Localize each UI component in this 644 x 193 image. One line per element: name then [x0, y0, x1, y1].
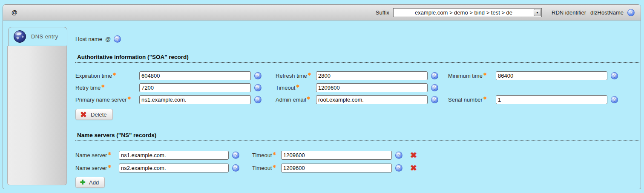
name-server-label: Name server✱ [75, 165, 119, 171]
required-icon: ✱ [483, 72, 487, 76]
chevron-down-icon[interactable] [534, 9, 541, 16]
help-icon[interactable] [431, 96, 438, 103]
suffix-label: Suffix [376, 9, 389, 16]
delete-button[interactable]: Delete [75, 109, 113, 120]
refresh-time-field[interactable] [316, 71, 428, 80]
rdn-identifier: RDN identifier dlzHostName [552, 9, 624, 16]
help-icon[interactable] [611, 72, 618, 79]
help-icon[interactable] [611, 96, 618, 103]
soa-section-title: Authoritative information ("SOA" record) [75, 54, 640, 63]
admin-email-field[interactable] [316, 95, 428, 104]
rdn-identifier-label: RDN identifier [552, 9, 586, 16]
help-icon[interactable] [627, 9, 635, 16]
name-server-label: Name server✱ [75, 152, 119, 158]
primary-name-server-field[interactable] [139, 95, 251, 104]
add-plus-icon [79, 178, 86, 186]
name-server-field[interactable] [119, 164, 229, 173]
expiration-time-label: Expiration time✱ [75, 73, 139, 79]
tab-dns-entry-label: DNS entry [31, 33, 58, 40]
required-icon: ✱ [273, 164, 276, 169]
delete-x-icon [79, 110, 88, 119]
minimum-time-field[interactable] [496, 71, 607, 80]
retry-time-label: Retry time✱ [75, 85, 139, 91]
main-panel: @ Suffix example.com > demo > bind > tes… [3, 4, 641, 189]
title-bar-right: Suffix example.com > demo > bind > test … [376, 8, 635, 17]
soa-fields-grid: Expiration time✱ Refresh time✱ Minimum t… [75, 70, 640, 105]
add-button-label: Add [89, 179, 99, 186]
add-button[interactable]: Add [75, 177, 105, 188]
help-icon[interactable] [395, 152, 402, 159]
help-icon[interactable] [254, 72, 262, 79]
retry-time-field[interactable] [139, 83, 251, 92]
required-icon: ✱ [483, 96, 487, 100]
title-bar: @ Suffix example.com > demo > bind > tes… [3, 5, 641, 20]
ns-timeout-field[interactable] [281, 151, 392, 160]
required-icon: ✱ [273, 152, 276, 156]
required-icon: ✱ [113, 72, 116, 76]
help-icon[interactable] [232, 164, 239, 172]
serial-number-field[interactable] [496, 95, 607, 104]
ns-records-grid: Name server✱ Timeout✱ Name server✱ Timeo… [75, 149, 640, 174]
help-icon[interactable] [431, 84, 438, 91]
delete-button-label: Delete [91, 111, 107, 118]
required-icon: ✱ [108, 164, 111, 169]
help-icon[interactable] [254, 96, 262, 103]
host-name-label: Host name [75, 36, 102, 42]
entry-title: @ [12, 9, 17, 16]
admin-email-label: Admin email✱ [276, 96, 316, 103]
required-icon: ✱ [108, 152, 111, 156]
host-name-value: @ [105, 36, 111, 42]
required-icon: ✱ [128, 96, 131, 100]
timeout-label: Timeout✱ [276, 85, 316, 91]
help-icon[interactable] [395, 164, 402, 172]
help-icon[interactable] [431, 72, 438, 79]
ns-timeout-field[interactable] [281, 164, 392, 173]
ns-timeout-label: Timeout✱ [252, 165, 281, 171]
rdn-identifier-value: dlzHostName [590, 9, 624, 16]
serial-number-label: Serial number✱ [448, 96, 496, 103]
timeout-field[interactable] [316, 83, 428, 92]
suffix-select[interactable]: example.com > demo > bind > test > de [393, 8, 542, 17]
suffix-selected-value: example.com > demo > bind > test > de [394, 9, 534, 16]
primary-name-server-label: Primary name server✱ [75, 96, 139, 103]
required-icon: ✱ [308, 72, 311, 76]
sidebar-panel [7, 46, 67, 185]
required-icon: ✱ [101, 84, 105, 88]
help-icon[interactable] [232, 152, 239, 159]
required-icon: ✱ [307, 96, 310, 100]
help-icon[interactable] [114, 35, 121, 43]
ns-section-title: Name servers ("NS" records) [75, 132, 640, 141]
remove-row-icon[interactable] [409, 163, 418, 173]
name-server-field[interactable] [119, 151, 229, 160]
host-name-row: Host name @ [75, 35, 640, 43]
dns-entry-form: Host name @ Authoritative information ("… [75, 25, 640, 188]
tab-dns-entry[interactable]: DNS entry [8, 27, 67, 46]
remove-row-icon[interactable] [409, 150, 418, 160]
ns-timeout-label: Timeout✱ [252, 152, 281, 158]
globe-icon [13, 30, 26, 43]
refresh-time-label: Refresh time✱ [276, 73, 316, 79]
minimum-time-label: Minimum time✱ [448, 73, 496, 79]
required-icon: ✱ [296, 84, 299, 88]
expiration-time-field[interactable] [139, 71, 251, 80]
help-icon[interactable] [254, 84, 262, 91]
